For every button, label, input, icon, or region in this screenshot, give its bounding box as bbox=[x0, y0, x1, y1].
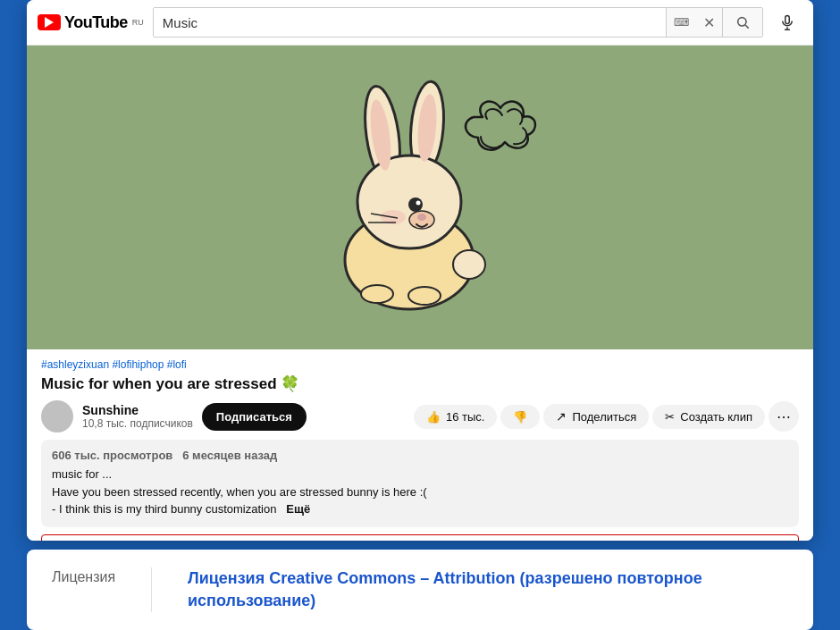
video-info: #ashleyzixuan #lofihiphop #lofi Music fo… bbox=[27, 349, 813, 541]
share-button[interactable]: ↗ Поделиться bbox=[543, 404, 649, 429]
more-button[interactable]: ⋯ bbox=[769, 401, 799, 432]
video-title: Music for when you are stressed 🍀 bbox=[41, 374, 799, 393]
desc-line3: - I think this is my third bunny customi… bbox=[52, 500, 788, 518]
search-button[interactable] bbox=[722, 8, 762, 37]
clip-icon: ✂ bbox=[665, 410, 675, 424]
search-icon bbox=[735, 15, 750, 29]
channel-row: Sunshine 10,8 тыс. подписчиков Подписать… bbox=[41, 400, 799, 433]
clear-button[interactable]: ✕ bbox=[696, 8, 722, 37]
video-area[interactable] bbox=[27, 46, 813, 349]
keyboard-icon-button[interactable]: ⌨ bbox=[666, 8, 696, 37]
country-badge: RU bbox=[132, 18, 144, 27]
dislike-icon: 👎 bbox=[513, 410, 527, 424]
channel-name[interactable]: Sunshine bbox=[82, 403, 193, 417]
search-input[interactable] bbox=[154, 8, 666, 37]
toolbar: YouTube RU ⌨ ✕ bbox=[27, 0, 813, 46]
svg-point-19 bbox=[361, 285, 393, 303]
svg-point-0 bbox=[738, 18, 746, 26]
description-text: music for ... Have you been stressed rec… bbox=[52, 466, 788, 518]
clip-button[interactable]: ✂ Создать клип bbox=[652, 405, 765, 429]
like-button[interactable]: 👍 16 тыс. bbox=[414, 405, 497, 429]
keyboard-icon: ⌨ bbox=[674, 16, 689, 29]
license-box: Лицензия Лицензия Creative Commons – Att… bbox=[41, 534, 799, 541]
browser-window: YouTube RU ⌨ ✕ bbox=[27, 0, 813, 541]
svg-point-12 bbox=[416, 201, 421, 206]
description-box[interactable]: 606 тыс. просмотров 6 месяцев назад musi… bbox=[41, 440, 799, 527]
dislike-button[interactable]: 👎 bbox=[500, 405, 540, 429]
like-count: 16 тыс. bbox=[446, 410, 484, 424]
subscriber-count: 10,8 тыс. подписчиков bbox=[82, 417, 193, 430]
svg-line-1 bbox=[745, 25, 749, 29]
more-icon: ⋯ bbox=[777, 408, 791, 425]
action-buttons: 👍 16 тыс. 👎 ↗ Поделиться ✂ Создать клип … bbox=[414, 401, 799, 432]
close-icon: ✕ bbox=[703, 14, 715, 31]
channel-left: Sunshine 10,8 тыс. подписчиков Подписать… bbox=[41, 400, 307, 433]
bottom-panel: Лицензия Лицензия Creative Commons – Att… bbox=[27, 550, 813, 630]
svg-point-18 bbox=[453, 250, 485, 279]
desc-line2: Have you been stressed recently, when yo… bbox=[52, 483, 788, 501]
bottom-license-text: Лицензия Creative Commons – Attribution … bbox=[188, 567, 788, 612]
youtube-brand-text: YouTube bbox=[64, 13, 128, 32]
svg-point-20 bbox=[408, 287, 441, 305]
hashtags[interactable]: #ashleyzixuan #lofihiphop #lofi bbox=[41, 358, 799, 371]
view-count: 606 тыс. просмотров bbox=[52, 449, 172, 462]
time-ago: 6 месяцев назад bbox=[182, 449, 277, 462]
svg-point-14 bbox=[417, 214, 426, 221]
desc-line1: music for ... bbox=[52, 466, 788, 483]
bunny-illustration bbox=[277, 72, 563, 323]
like-icon: 👍 bbox=[426, 410, 441, 424]
search-bar: ⌨ ✕ bbox=[153, 7, 763, 38]
divider bbox=[151, 567, 152, 612]
microphone-icon bbox=[779, 14, 795, 30]
channel-info: Sunshine 10,8 тыс. подписчиков bbox=[82, 403, 193, 430]
description-meta: 606 тыс. просмотров 6 месяцев назад bbox=[52, 449, 788, 462]
microphone-button[interactable] bbox=[772, 11, 802, 34]
bottom-license-label: Лицензия bbox=[52, 567, 115, 585]
more-link[interactable]: Ещё bbox=[286, 502, 310, 516]
svg-rect-2 bbox=[785, 16, 790, 24]
subscribe-button[interactable]: Подписаться bbox=[202, 403, 307, 431]
youtube-logo-icon bbox=[38, 14, 61, 30]
channel-avatar[interactable] bbox=[41, 400, 73, 433]
logo-area: YouTube RU bbox=[38, 13, 144, 32]
svg-point-11 bbox=[408, 197, 423, 212]
share-icon: ↗ bbox=[556, 409, 567, 424]
